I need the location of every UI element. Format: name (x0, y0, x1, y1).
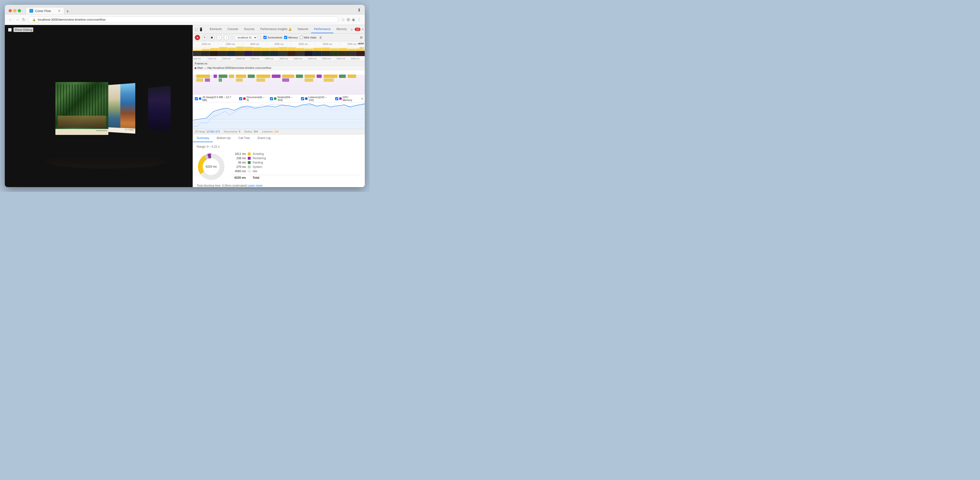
show-debug-checkbox[interactable] (8, 28, 11, 32)
devtools-toolbar-right: 22 ⚠ ⚙ ⋮ ✕ (355, 26, 365, 33)
cpu-bar (347, 49, 356, 51)
inspect-element-button[interactable]: ⬚ (195, 26, 198, 33)
painting-color (248, 161, 251, 164)
album-reflection (46, 154, 166, 169)
task-bar (282, 74, 294, 78)
bottom-tab-call-tree[interactable]: Call Tree (234, 135, 254, 142)
bookmark-icon[interactable]: ☆ (341, 17, 345, 22)
album-text: DAB RECORDS (56, 129, 108, 133)
web-vitals-checkbox[interactable] (300, 36, 303, 39)
legend-dot-gpu (339, 97, 342, 100)
legend-dot-js-heap (199, 97, 201, 100)
tab-memory[interactable]: Memory (334, 25, 350, 33)
rendering-name: Rendering (253, 157, 266, 160)
scripting-name: Scripting (253, 152, 264, 155)
download-button[interactable]: ↓ (224, 35, 229, 40)
profile-icon[interactable]: ◉ (352, 17, 355, 22)
idle-ms: 4060 ms (231, 170, 246, 173)
record-button[interactable]: ● (195, 35, 200, 40)
profile-selector[interactable]: localhost #1 (235, 35, 258, 40)
cpu-bar (219, 47, 228, 51)
learn-more-link[interactable]: Learn more (248, 184, 262, 187)
device-mode-button[interactable]: 📱 (199, 26, 203, 33)
t-tick-1500: 1500 ms (221, 56, 236, 61)
tab-close-button[interactable]: ✕ (58, 9, 60, 13)
memory-checkbox-group: Memory (284, 36, 298, 39)
screenshots-checkbox[interactable] (263, 36, 267, 39)
extensions-icon[interactable]: ⊞ (347, 17, 350, 22)
main-thread-header: ▶ Main — http://localhost:3000/demo/view… (193, 66, 365, 70)
cpu-bar (288, 48, 296, 51)
memory-label: Memory (288, 36, 298, 39)
screenshot-thumb (210, 51, 218, 56)
memory-checkbox[interactable] (284, 36, 287, 39)
legend-documents[interactable]: Documents[5 – 5] (239, 96, 267, 101)
address-bar: ← → ↻ 🔒 localhost:3000/demo/view-timelin… (5, 14, 365, 25)
web-vitals-checkbox-group: Web Vitals (300, 36, 317, 39)
screenshot-thumb (296, 51, 305, 56)
new-tab-button[interactable]: + (64, 9, 71, 14)
tab-network[interactable]: Network (295, 25, 311, 33)
cpu-bar (305, 49, 313, 51)
window-controls: ⬇ (357, 8, 361, 14)
tab-perf-insights[interactable]: Performance insights 🔔 (258, 25, 295, 33)
screenshot-thumb (219, 51, 227, 56)
cpu-bar (322, 48, 330, 51)
cpu-bar (339, 48, 347, 51)
reload-record-button[interactable]: ↻ (202, 35, 207, 40)
scripting-ms: 1611 ms (231, 152, 246, 155)
flame-chart-area (193, 70, 365, 95)
task-bar (229, 74, 234, 78)
devtools-tabs: Elements Console Sources Performance ins… (207, 25, 354, 33)
tab-sources[interactable]: Sources (241, 25, 258, 33)
back-button[interactable]: ← (9, 17, 13, 22)
more-tabs-button[interactable]: » (350, 25, 354, 33)
minimize-button[interactable] (13, 9, 16, 12)
t-tick-4500: 4500 ms (307, 56, 322, 61)
url-bar[interactable]: 🔒 localhost:3000/demo/view-timeline-css/… (28, 16, 339, 23)
legend-documents-checkbox[interactable] (239, 97, 242, 100)
legend-listeners-checkbox[interactable] (301, 97, 304, 100)
bottom-tab-event-log[interactable]: Event Log (254, 135, 275, 142)
task-bar (236, 74, 246, 78)
screenshot-thumb (322, 51, 330, 56)
maximize-button[interactable] (18, 9, 21, 12)
perf-recording-toolbar: ● ↻ ⏹ ↑ ↓ localhost #1 Screenshots Memor… (193, 34, 365, 41)
screenshots-row (193, 51, 365, 56)
lock-icon: 🔒 (32, 18, 36, 21)
task-bar (348, 74, 356, 78)
screenshot-thumb (279, 51, 287, 56)
more-options-icon[interactable]: ⋮ (357, 17, 361, 22)
forward-button[interactable]: → (16, 17, 19, 22)
legend-js-heap[interactable]: JS Heap[10.5 MB – 12.7 MB] (195, 96, 236, 101)
downloads-icon[interactable]: ⬇ (357, 8, 361, 13)
legend-documents-label: Documents[5 – 5] (247, 96, 267, 101)
legend-gpu-checkbox[interactable] (335, 97, 338, 100)
legend-dot-documents (243, 97, 246, 100)
tab-label: Cover Flow (35, 9, 51, 13)
reload-button[interactable]: ↻ (22, 17, 25, 22)
tab-performance[interactable]: Performance (311, 25, 334, 33)
clear-button[interactable]: ⏹ (209, 35, 215, 40)
timeline-overview[interactable]: 1000 ms 2000 ms 3000 ms 4000 ms 5000 ms … (193, 41, 365, 56)
legend-nodes[interactable]: Nodes[304 – 304] (270, 96, 298, 101)
clear-record-button[interactable]: 🗑 (319, 36, 322, 39)
legend-row-scripting: 1611 ms Scripting (231, 152, 361, 155)
total-ms: 6220 ms (231, 176, 246, 179)
legend-nodes-checkbox[interactable] (270, 97, 273, 100)
t-tick-5000: 5000 ms (322, 56, 336, 61)
bottom-tab-summary[interactable]: Summary (193, 135, 213, 142)
legend-gpu[interactable]: GPU Memory (335, 96, 358, 101)
bottom-tab-bottom-up[interactable]: Bottom-Up (213, 135, 234, 142)
tab-elements[interactable]: Elements (207, 25, 225, 33)
legend-js-heap-checkbox[interactable] (195, 97, 198, 100)
screenshots-label: Screenshots (267, 36, 282, 39)
tab-console[interactable]: Console (225, 25, 241, 33)
close-button[interactable] (9, 9, 12, 12)
browser-tab-coverflow[interactable]: 🌐 Cover Flow ✕ (26, 7, 64, 14)
legend-listeners[interactable]: Listeners[142 – 142] (301, 96, 332, 101)
toolbar-sep3 (260, 35, 261, 40)
perf-settings-button[interactable]: ⚙ (360, 36, 363, 40)
upload-button[interactable]: ↑ (216, 35, 222, 40)
system-color (248, 165, 251, 168)
